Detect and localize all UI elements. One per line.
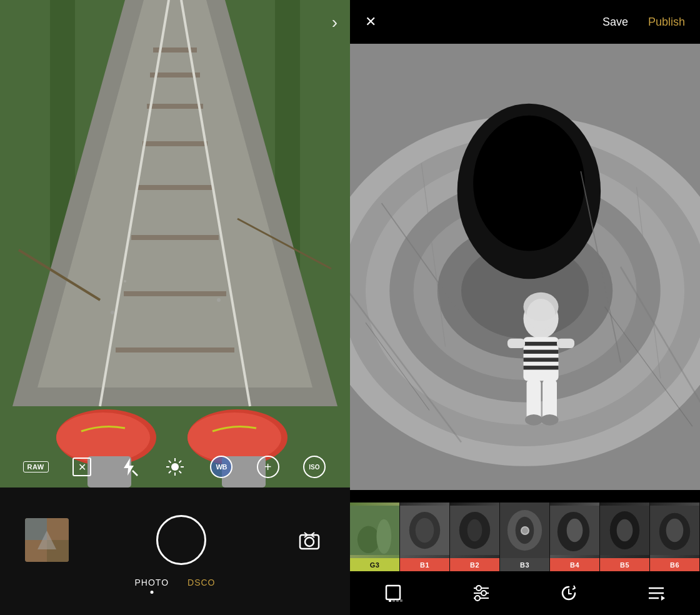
filter-b5[interactable]: B5 <box>600 502 650 571</box>
layers-button[interactable] <box>642 579 670 607</box>
svg-point-107 <box>481 591 486 596</box>
cross-icon: ✕ <box>72 458 91 476</box>
svg-line-38 <box>169 471 171 474</box>
svg-point-19 <box>217 298 221 302</box>
right-header: ✕ Save Publish <box>350 0 700 44</box>
publish-button[interactable]: Publish <box>648 16 685 29</box>
bottom-controls-row <box>0 515 350 565</box>
svg-point-86 <box>468 519 482 542</box>
history-icon <box>559 583 579 603</box>
svg-marker-115 <box>661 596 665 601</box>
thumbnail-preview[interactable] <box>25 518 69 562</box>
history-button[interactable] <box>555 579 582 607</box>
flip-camera-icon <box>297 528 322 552</box>
svg-point-83 <box>416 518 434 543</box>
flash-control[interactable] <box>116 454 142 480</box>
wb-badge: WB <box>210 456 232 478</box>
filter-b3-thumb <box>500 502 549 558</box>
svg-point-77 <box>527 299 556 331</box>
mode-photo[interactable]: PHOTO <box>135 578 169 588</box>
filter-g3-label: G3 <box>350 558 399 571</box>
svg-line-37 <box>179 461 181 463</box>
right-panel: ✕ Save Publish <box>350 0 700 615</box>
next-arrow[interactable]: › <box>332 12 338 32</box>
filter-b5-thumb <box>600 502 649 558</box>
raw-control[interactable]: RAW <box>22 454 49 480</box>
filter-b2[interactable]: B2 <box>450 502 500 571</box>
svg-point-79 <box>358 526 380 553</box>
bw-photo-svg <box>350 44 700 490</box>
filter-b1-thumb <box>400 502 449 558</box>
svg-rect-70 <box>523 366 558 369</box>
svg-rect-72 <box>557 339 574 348</box>
iso-control[interactable]: ISO <box>301 454 328 480</box>
wb-control[interactable]: WB <box>208 454 234 480</box>
filter-g3-thumb <box>350 502 399 558</box>
filter-g3[interactable]: G3 <box>350 502 400 571</box>
cross-control[interactable]: ✕ <box>69 454 95 480</box>
filter-b1[interactable]: B1 <box>400 502 450 571</box>
mode-indicator-dot <box>150 591 153 594</box>
flip-camera-button[interactable] <box>294 524 325 556</box>
svg-rect-103 <box>400 599 402 602</box>
svg-line-35 <box>169 461 171 463</box>
filter-b4-thumb <box>550 502 599 558</box>
svg-point-17 <box>111 311 114 314</box>
close-button[interactable]: ✕ <box>365 15 376 29</box>
adjust-icon <box>471 583 491 603</box>
svg-rect-40 <box>25 518 47 540</box>
svg-point-98 <box>666 519 684 542</box>
plus-control[interactable]: + <box>255 454 281 480</box>
svg-marker-28 <box>124 458 134 476</box>
filter-b2-label: B2 <box>450 558 499 571</box>
camera-controls-overlay: RAW ✕ <box>0 446 350 488</box>
svg-rect-74 <box>542 380 557 420</box>
svg-point-76 <box>541 414 559 426</box>
flash-icon <box>119 457 139 477</box>
frames-icon <box>384 583 404 603</box>
mode-dsco[interactable]: DSCO <box>188 578 215 588</box>
left-panel: RAW ✕ <box>0 0 350 615</box>
svg-rect-69 <box>523 358 558 361</box>
frames-button[interactable] <box>380 579 408 607</box>
filter-b6[interactable]: B6 <box>650 502 700 571</box>
svg-point-30 <box>171 463 179 471</box>
iso-badge: ISO <box>303 456 326 478</box>
photo-edit-area <box>350 44 700 490</box>
bw-photo <box>350 44 700 490</box>
filter-b6-thumb <box>650 502 699 558</box>
svg-rect-99 <box>386 586 400 599</box>
svg-rect-68 <box>523 350 558 354</box>
svg-point-55 <box>473 116 585 251</box>
thumbnail-image <box>25 518 69 562</box>
svg-line-29 <box>132 471 138 476</box>
svg-point-105 <box>476 586 481 591</box>
adjust-button[interactable] <box>468 579 495 607</box>
svg-rect-100 <box>389 599 391 602</box>
save-button[interactable]: Save <box>602 16 628 29</box>
svg-point-92 <box>567 519 583 542</box>
svg-line-36 <box>179 471 181 474</box>
filter-b3[interactable]: B3 <box>500 502 550 571</box>
shutter-button[interactable] <box>156 515 206 565</box>
svg-point-75 <box>525 414 542 426</box>
bottom-toolbar <box>350 571 700 615</box>
filter-b4[interactable]: B4 <box>550 502 600 571</box>
sun-control[interactable] <box>162 454 188 480</box>
camera-viewfinder: RAW ✕ <box>0 0 350 488</box>
plus-icon: + <box>257 456 279 478</box>
svg-rect-73 <box>527 380 541 420</box>
svg-point-18 <box>124 280 126 282</box>
filter-b5-label: B5 <box>600 558 649 571</box>
svg-point-109 <box>475 596 480 601</box>
sun-icon <box>165 457 185 477</box>
camera-bottom-bar: PHOTO DSCO <box>0 488 350 615</box>
filter-b2-thumb <box>450 502 499 558</box>
track-scene <box>0 0 350 488</box>
raw-badge: RAW <box>23 461 49 472</box>
svg-point-80 <box>376 519 391 554</box>
filter-b4-label: B4 <box>550 558 599 571</box>
svg-rect-101 <box>392 599 395 602</box>
mode-selector: PHOTO DSCO <box>135 578 216 588</box>
svg-rect-67 <box>523 342 558 346</box>
